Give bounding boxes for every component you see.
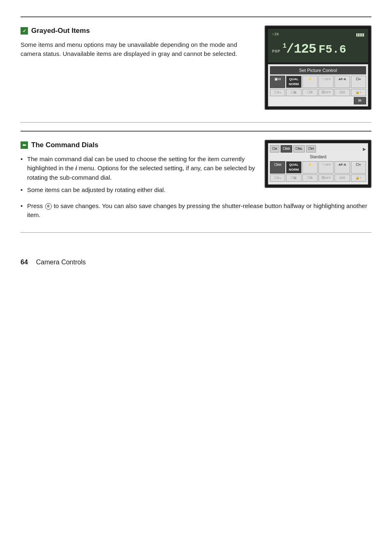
lcd2-panel: ☐A ☐SD ☐NL ☐VI ▶ Standard ☐SD QUALNORM ⚡…	[268, 143, 368, 185]
menu-cell-flash: ⚡	[302, 76, 318, 88]
bottom-divider	[21, 232, 371, 233]
bullet-item-2: Some items can be adjusted by rotating e…	[21, 185, 256, 195]
press-bullet: Press ® to save changes. You can also sa…	[21, 201, 371, 220]
ok-button-icon: ®	[45, 203, 52, 210]
tab-sd: ☐SD	[281, 145, 292, 153]
camera-lcd-2: ☐A ☐SD ☐NL ☐VI ▶ Standard ☐SD QUALNORM ⚡…	[265, 140, 371, 188]
command-dials-section: ✏ The Command Dials The main command dia…	[21, 131, 371, 220]
menu-cell-norm: QUALNORM	[286, 76, 301, 88]
menu-cell-af: AF·A	[334, 76, 350, 88]
lcd-display-1: ○IN P0P 1/125 F5.6	[268, 29, 368, 62]
grayed-out-title: ✓ Grayed-Out Items	[21, 25, 256, 36]
menu-cell-cam: ☐▣	[286, 89, 301, 96]
lcd-info-row: ○IN	[272, 32, 364, 38]
lcd2-cell-a1: ☐A₁	[270, 174, 285, 182]
lcd-shutter: 1/125	[283, 39, 316, 59]
lcd2-arrow-icon: ▶	[363, 146, 366, 152]
tab-vi: ☐VI	[306, 145, 316, 153]
lcd-menu-row-1: ▣VI QUALNORM ⚡ ⁺↑OFF AF·A ☐×	[270, 76, 366, 88]
menu-cell-lock: 🔒≡	[351, 89, 366, 96]
command-dials-text: ✏ The Command Dials The main command dia…	[21, 140, 256, 198]
lcd2-cell-sd: ☐SD	[270, 161, 285, 174]
lcd2-cell-grid2: ☐⊞	[302, 174, 318, 182]
lcd2-cell-flash: ⚡	[302, 161, 318, 174]
lcd-corner-row: ℹ5	[270, 97, 366, 104]
menu-cell-iso: ⑳OFF	[318, 89, 334, 96]
command-dials-list: The main command dial can be used to cho…	[21, 155, 256, 195]
battery-bar-5	[363, 33, 364, 37]
lcd2-row-1: ☐SD QUALNORM ⚡ ⁺↑OFF AF·A ☐×	[270, 161, 366, 174]
page-label: Camera Controls	[36, 257, 86, 267]
tab-nl: ☐NL	[293, 145, 305, 153]
menu-cell-grid: ☐⊞	[302, 89, 318, 96]
lcd-aperture: F5.6	[318, 41, 346, 58]
lcd2-subtitle: Standard	[270, 154, 366, 160]
grayed-out-section: ✓ Grayed-Out Items Some items and menu o…	[21, 16, 371, 110]
lcd2-cell-vr: ⁺↑OFF	[318, 161, 334, 174]
lcd-menu-panel-1: Set Picture Control ▣VI QUALNORM ⚡ ⁺↑OFF…	[268, 64, 368, 107]
page-footer: 64 Camera Controls	[21, 257, 371, 267]
lcd-main-row: P0P 1/125 F5.6	[272, 39, 364, 60]
battery-bar-2	[358, 33, 359, 37]
page-number: 64	[21, 257, 28, 267]
grayed-out-body: Some items and menu options may be unava…	[21, 40, 256, 59]
section-divider	[21, 122, 371, 123]
lcd2-cell-lock2: 🔒≡	[351, 174, 366, 182]
lcd2-row-2: ☐A₁ ☐▣ ☐⊞ ⑳OFF ⊟⊟ 🔒≡	[270, 174, 366, 182]
menu-cell-box: ☐×	[351, 76, 366, 88]
pencil-icon: ✏	[21, 141, 28, 149]
bullet-item-1: The main command dial can be used to cho…	[21, 155, 256, 183]
menu-cell-a1: ☐A₁	[270, 89, 285, 96]
menu-cell-info: ℹ5	[354, 97, 366, 104]
battery-indicator	[356, 32, 364, 38]
check-icon: ✓	[21, 27, 28, 35]
lcd2-cell-norm: QUALNORM	[286, 161, 301, 174]
lcd2-cell-iso2: ⑳OFF	[318, 174, 334, 182]
lcd2-tabs: ☐A ☐SD ☐NL ☐VI ▶	[270, 145, 366, 153]
lcd-menu-title: Set Picture Control	[270, 66, 366, 75]
lcd2-cell-cam2: ☐▣	[286, 174, 301, 182]
battery-bar-4	[361, 33, 362, 37]
lcd2-cell-box: ☐×	[351, 161, 366, 174]
menu-cell-vr: ⁺↑OFF	[318, 76, 334, 88]
menu-cell-vi: ▣VI	[270, 76, 285, 88]
battery-bar-3	[360, 33, 361, 37]
lcd-mode: ○IN	[272, 32, 279, 38]
command-dials-screen: ☐A ☐SD ☐NL ☐VI ▶ Standard ☐SD QUALNORM ⚡…	[265, 140, 371, 188]
grayed-out-screen: ○IN P0P 1/125 F5.6	[265, 25, 371, 110]
lcd2-cell-br2: ⊟⊟	[334, 174, 350, 182]
camera-lcd-1: ○IN P0P 1/125 F5.6	[265, 25, 371, 110]
lcd-menu-row-2: ☐A₁ ☐▣ ☐⊞ ⑳OFF ⊟⊟ 🔒≡	[270, 89, 366, 96]
battery-bar-1	[356, 33, 357, 37]
tab-a: ☐A	[270, 145, 279, 153]
menu-cell-bracket: ⊟⊟	[334, 89, 350, 96]
grayed-out-text: ✓ Grayed-Out Items Some items and menu o…	[21, 25, 256, 59]
command-dials-title: ✏ The Command Dials	[21, 140, 256, 150]
lcd-pop: P0P	[272, 48, 280, 55]
lcd2-cell-af: AF·A	[334, 161, 350, 174]
